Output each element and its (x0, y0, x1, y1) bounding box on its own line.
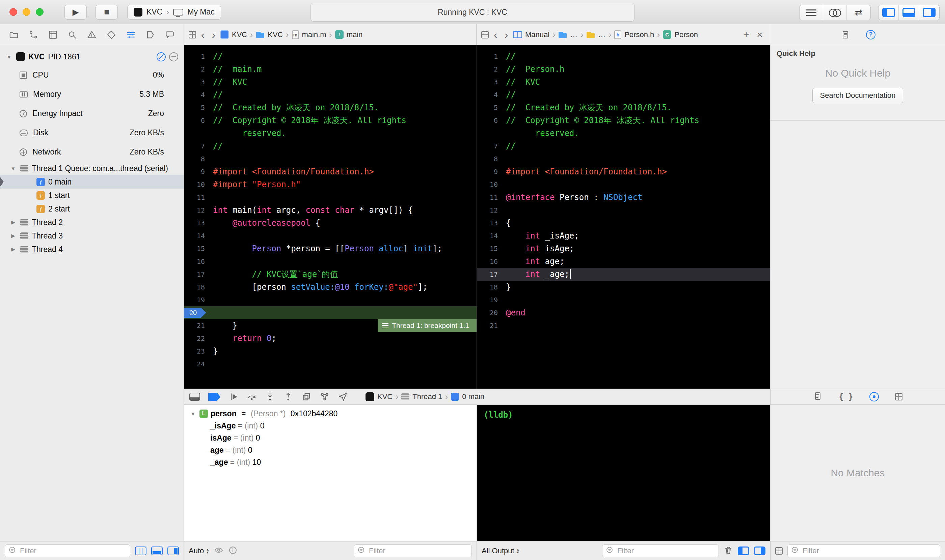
line-number-gutter[interactable]: 1 (477, 50, 503, 63)
line-number-gutter[interactable]: 2 (477, 63, 503, 75)
project-navigator-icon[interactable] (8, 29, 20, 40)
line-number-gutter[interactable] (184, 127, 210, 140)
variable-row[interactable]: _isAge = (int) 0 (184, 420, 476, 432)
variables-scope-popup[interactable]: Auto ▲▼ (189, 546, 209, 555)
line-number-gutter[interactable]: 11 (477, 191, 503, 204)
version-editor-button[interactable]: ⇄ (847, 5, 870, 20)
zoom-window-button[interactable] (36, 8, 43, 16)
standard-editor-button[interactable] (800, 5, 823, 20)
show-console-pane-icon[interactable] (754, 546, 765, 555)
line-number-gutter[interactable]: 5 (477, 101, 503, 114)
line-number-gutter[interactable]: 5 (184, 101, 210, 114)
issue-navigator-icon[interactable] (86, 29, 97, 40)
media-library-icon[interactable] (895, 393, 902, 400)
line-number-gutter[interactable]: 12 (184, 204, 210, 217)
line-number-gutter[interactable] (477, 127, 503, 140)
line-number-gutter[interactable]: 13 (477, 217, 503, 229)
line-number-gutter[interactable]: 6 (477, 114, 503, 127)
filter-field[interactable] (5, 545, 130, 557)
assistant-editor-crumb[interactable]: Manual (513, 30, 549, 39)
step-out-icon[interactable] (283, 392, 293, 402)
main-editor-crumb[interactable]: mmain.m (292, 30, 326, 39)
forward-chevron-icon[interactable]: › (502, 30, 510, 40)
scheme-selector[interactable]: KVC › My Mac (127, 5, 221, 20)
code-snippet-library-icon[interactable]: { } (839, 392, 853, 402)
line-number-gutter[interactable]: 9 (184, 165, 210, 178)
view-hierarchy-icon[interactable] (301, 392, 311, 402)
line-number-gutter[interactable]: 14 (477, 229, 503, 242)
line-number-gutter[interactable]: 7 (477, 140, 503, 152)
debug-bar-crumb[interactable]: 0 main (451, 392, 484, 401)
filter-columns-icon[interactable] (135, 546, 146, 555)
stop-button[interactable]: ■ (96, 5, 118, 20)
toggle-debug-area-button[interactable] (899, 5, 919, 20)
line-number-gutter[interactable]: 15 (477, 242, 503, 255)
assistant-editor-button[interactable] (823, 5, 847, 20)
assistant-editor-crumb[interactable]: … (558, 30, 578, 39)
disclosure-triangle-icon[interactable]: ▶ (9, 233, 17, 239)
line-number-gutter[interactable]: 22 (184, 332, 210, 345)
simulate-location-icon[interactable] (338, 392, 348, 402)
line-number-gutter[interactable]: 21 (184, 319, 210, 332)
report-navigator-icon[interactable] (164, 29, 176, 40)
filter-input[interactable] (802, 546, 937, 555)
quick-help-inspector-icon[interactable]: ? (866, 30, 876, 40)
line-number-gutter[interactable]: 9 (477, 165, 503, 178)
console-output-popup[interactable]: All Output ▲▼ (482, 546, 520, 555)
debug-bar-crumb[interactable]: Thread 1 (401, 392, 442, 401)
line-number-gutter[interactable]: 19 (477, 294, 503, 306)
variables-filter-field[interactable] (354, 545, 472, 557)
test-navigator-icon[interactable] (106, 29, 117, 40)
continue-icon[interactable] (228, 392, 239, 402)
line-number-gutter[interactable]: 23 (184, 345, 210, 358)
main-editor-crumb[interactable]: fmain (335, 30, 363, 39)
filter-panes-icon[interactable] (151, 546, 163, 555)
line-number-gutter[interactable]: 16 (477, 255, 503, 268)
line-number-gutter[interactable]: 21 (477, 319, 503, 332)
line-number-gutter[interactable]: 2 (184, 63, 210, 75)
run-button[interactable]: ▶ (65, 5, 87, 20)
library-grid-icon[interactable] (775, 547, 783, 555)
disclosure-triangle-icon[interactable]: ▶ (9, 219, 17, 225)
variable-row[interactable]: _age = (int) 10 (184, 456, 476, 468)
stack-frame-row[interactable]: ƒ2 start (0, 202, 183, 215)
gauge-row-disk[interactable]: DiskZero KB/s (0, 123, 183, 142)
step-into-icon[interactable] (265, 392, 275, 402)
library-filter-field[interactable] (788, 545, 940, 557)
pause-process-icon[interactable] (157, 52, 166, 62)
info-icon[interactable] (228, 546, 237, 556)
filter-input[interactable] (617, 546, 715, 555)
forward-chevron-icon[interactable]: › (210, 30, 218, 40)
assistant-editor-crumb[interactable]: hPerson.h (614, 30, 654, 39)
quicklook-eye-icon[interactable] (214, 546, 224, 556)
trash-icon[interactable] (724, 546, 733, 556)
line-number-gutter[interactable]: 6 (184, 114, 210, 127)
breakpoint-navigator-icon[interactable] (145, 29, 156, 40)
assistant-editor-crumb[interactable]: … (586, 30, 606, 39)
file-template-library-icon[interactable] (813, 391, 823, 402)
show-variables-pane-icon[interactable] (738, 546, 749, 555)
disclosure-triangle-icon[interactable]: ▼ (189, 411, 197, 417)
search-documentation-button[interactable]: Search Documentation (812, 88, 903, 103)
toggle-inspector-button[interactable] (919, 5, 939, 20)
line-number-gutter[interactable]: 14 (184, 229, 210, 242)
line-number-gutter[interactable]: 13 (184, 217, 210, 229)
line-number-gutter[interactable]: 10 (477, 178, 503, 191)
close-window-button[interactable] (9, 8, 17, 16)
disclosure-triangle-icon[interactable]: ▼ (5, 54, 13, 60)
breakpoints-toggle-icon[interactable] (208, 393, 220, 401)
thread-row[interactable]: ▼Thread 1 Queue: com.a...thread (serial) (0, 162, 183, 175)
process-row[interactable]: ▼ KVC PID 1861 (0, 48, 183, 65)
stack-frame-row[interactable]: ƒ0 main (0, 175, 183, 189)
line-number-gutter[interactable]: 7 (184, 140, 210, 152)
primary-editor[interactable]: 1//2// main.m3// KVC4//5// Created by 冰凌… (184, 45, 476, 389)
back-chevron-icon[interactable]: ‹ (199, 30, 207, 40)
line-number-gutter[interactable]: 20 (477, 306, 503, 319)
debug-navigator-icon[interactable] (125, 29, 137, 40)
close-assistant-editor-button[interactable]: × (754, 29, 765, 40)
variables-view[interactable]: ▼Lperson = (Person *) 0x102b44280_isAge … (184, 405, 476, 541)
related-items-icon[interactable] (189, 31, 196, 38)
line-number-gutter[interactable]: 8 (184, 152, 210, 165)
find-navigator-icon[interactable] (66, 29, 78, 40)
memory-graph-icon[interactable] (320, 392, 330, 402)
